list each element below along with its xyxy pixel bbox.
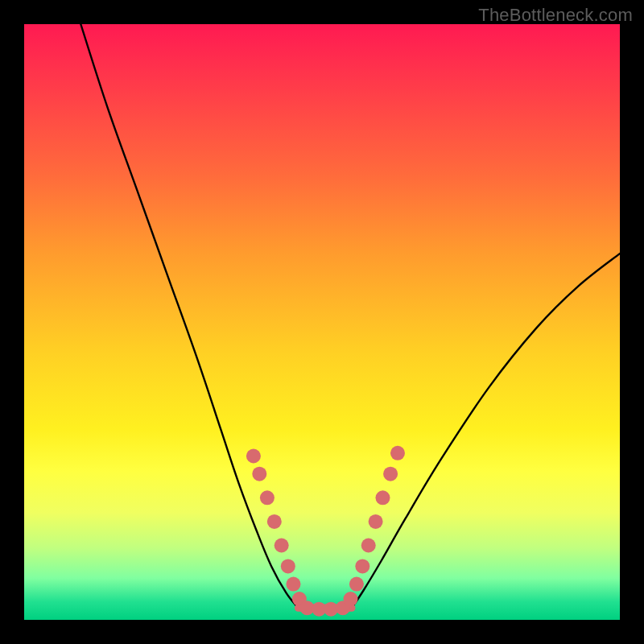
series-left-curve	[80, 24, 298, 608]
marker-dot	[355, 559, 369, 573]
marker-dot	[361, 539, 376, 553]
marker-dot	[349, 577, 364, 592]
series-right-curve	[352, 254, 620, 608]
marker-dot	[344, 592, 358, 606]
marker-dot	[369, 514, 383, 529]
series-group	[80, 24, 620, 608]
marker-dot	[275, 539, 289, 553]
marker-dot	[281, 559, 295, 573]
marker-dot	[390, 446, 405, 460]
marker-dot	[375, 490, 390, 505]
marker-dot	[286, 577, 300, 592]
marker-dot	[246, 449, 261, 464]
marker-dot	[267, 514, 282, 529]
outer-frame: TheBottleneck.com	[0, 0, 644, 644]
markers-group	[246, 446, 405, 617]
chart-svg	[24, 24, 620, 620]
watermark-text: TheBottleneck.com	[478, 5, 633, 26]
plot-area	[24, 24, 620, 620]
marker-dot	[383, 467, 398, 481]
marker-dot	[252, 467, 266, 481]
marker-dot	[260, 490, 275, 505]
